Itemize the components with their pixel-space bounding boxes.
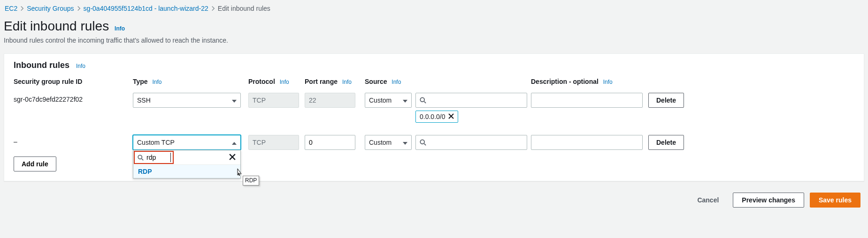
add-rule-button[interactable]: Add rule bbox=[14, 156, 56, 171]
delete-rule-button[interactable]: Delete bbox=[648, 93, 684, 108]
port-range-field: 22 bbox=[305, 93, 355, 108]
col-port-range: Port range Info bbox=[305, 78, 365, 85]
rule-id-text: – bbox=[14, 135, 128, 145]
description-input[interactable] bbox=[531, 93, 643, 108]
type-select[interactable]: Custom TCP bbox=[133, 135, 241, 150]
chevron-right-icon bbox=[210, 6, 216, 11]
col-desc-info[interactable]: Info bbox=[603, 79, 613, 85]
breadcrumb: EC2 Security Groups sg-0a404955f5124b1cd… bbox=[4, 5, 864, 12]
description-input[interactable] bbox=[531, 135, 643, 150]
breadcrumb-security-groups[interactable]: Security Groups bbox=[27, 5, 74, 12]
rule-id-text: sgr-0c7dc9efd22272f02 bbox=[14, 93, 128, 103]
col-source: Source Info bbox=[365, 78, 415, 85]
caret-down-icon bbox=[232, 97, 237, 104]
source-search-input[interactable] bbox=[415, 93, 527, 108]
col-rule-id: Security group rule ID bbox=[14, 78, 133, 85]
page-subtitle: Inbound rules control the incoming traff… bbox=[4, 37, 864, 44]
breadcrumb-ec2[interactable]: EC2 bbox=[5, 5, 17, 12]
search-icon bbox=[420, 97, 426, 104]
type-select-value: SSH bbox=[137, 97, 151, 104]
caret-down-icon bbox=[403, 139, 407, 146]
source-cidr-value: 0.0.0.0/0 bbox=[420, 113, 446, 120]
inbound-rules-panel: Inbound rules Info Security group rule I… bbox=[4, 53, 864, 181]
col-description: Description - optional Info bbox=[531, 78, 648, 85]
protocol-field: TCP bbox=[248, 135, 299, 150]
chevron-right-icon bbox=[76, 6, 82, 11]
caret-up-icon bbox=[232, 139, 237, 146]
type-dropdown-search[interactable] bbox=[134, 151, 174, 164]
col-source-info[interactable]: Info bbox=[392, 79, 401, 85]
breadcrumb-current: Edit inbound rules bbox=[218, 5, 270, 12]
save-rules-button[interactable]: Save rules bbox=[810, 193, 860, 208]
preview-changes-button[interactable]: Preview changes bbox=[733, 193, 804, 208]
page-info-link[interactable]: Info bbox=[115, 25, 125, 32]
col-protocol-info[interactable]: Info bbox=[280, 79, 289, 85]
type-option-tooltip: RDP bbox=[243, 176, 259, 186]
svg-point-0 bbox=[420, 97, 424, 102]
caret-down-icon bbox=[403, 97, 407, 104]
protocol-field: TCP bbox=[248, 93, 299, 108]
breadcrumb-sg-id[interactable]: sg-0a404955f5124b1cd - launch-wizard-22 bbox=[84, 5, 208, 12]
rule-row: – Custom TCP bbox=[14, 131, 854, 150]
chevron-right-icon bbox=[19, 6, 25, 11]
search-icon bbox=[138, 155, 144, 161]
source-mode-select[interactable]: Custom bbox=[365, 135, 412, 150]
page-header: Edit inbound rules Info bbox=[4, 19, 864, 34]
page-title: Edit inbound rules bbox=[4, 19, 109, 34]
source-cidr-tag[interactable]: 0.0.0.0/0 bbox=[415, 111, 458, 123]
clear-search-icon[interactable] bbox=[226, 154, 238, 162]
search-icon bbox=[420, 139, 426, 146]
col-type-info[interactable]: Info bbox=[153, 79, 162, 85]
source-mode-select[interactable]: Custom bbox=[365, 93, 412, 108]
type-select[interactable]: SSH bbox=[133, 93, 241, 108]
text-cursor bbox=[170, 153, 171, 162]
footer-actions: Cancel Preview changes Save rules bbox=[4, 191, 864, 209]
type-select-value: Custom TCP bbox=[137, 139, 175, 146]
type-search-input[interactable] bbox=[146, 154, 165, 161]
svg-point-1 bbox=[138, 155, 142, 159]
col-protocol: Protocol Info bbox=[248, 78, 305, 85]
rules-header-row: Security group rule ID Type Info Protoco… bbox=[14, 73, 854, 89]
col-type: Type Info bbox=[133, 78, 248, 85]
panel-info-link[interactable]: Info bbox=[76, 63, 85, 69]
type-dropdown: RDP RDP bbox=[133, 150, 241, 178]
cancel-button[interactable]: Cancel bbox=[689, 193, 727, 208]
col-port-info[interactable]: Info bbox=[342, 79, 352, 85]
delete-rule-button[interactable]: Delete bbox=[648, 135, 684, 150]
source-search-input[interactable] bbox=[415, 135, 527, 150]
rule-row: sgr-0c7dc9efd22272f02 SSH TCP bbox=[14, 89, 854, 123]
port-range-input[interactable] bbox=[305, 135, 355, 150]
svg-point-2 bbox=[420, 140, 424, 144]
type-option-rdp[interactable]: RDP bbox=[133, 164, 240, 178]
panel-title: Inbound rules bbox=[14, 60, 69, 70]
remove-tag-icon[interactable] bbox=[448, 113, 454, 120]
